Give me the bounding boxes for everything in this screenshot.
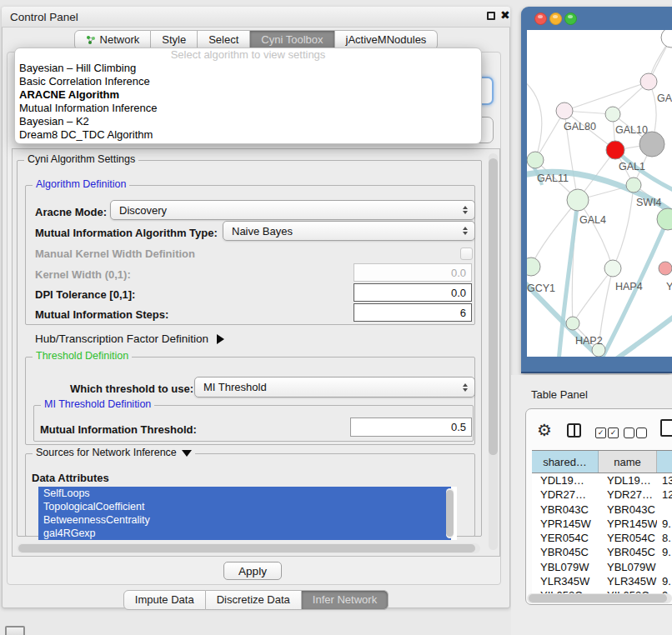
tab-impute-data[interactable]: Impute Data: [123, 590, 206, 610]
minimize-window-icon[interactable]: [549, 12, 562, 25]
table-row[interactable]: YBL079WYBL079W: [532, 560, 672, 574]
table-row[interactable]: YBR045CYBR045C9.: [532, 545, 672, 559]
network-node[interactable]: [527, 258, 540, 276]
manual-kernel-width-checkbox[interactable]: [460, 248, 473, 260]
network-node[interactable]: [527, 152, 544, 168]
table-cell: YBR045C: [599, 546, 657, 558]
network-node[interactable]: [567, 189, 589, 211]
mi-steps-label: Mutual Information Steps:: [35, 308, 168, 321]
table-hscrollbar-thumb[interactable]: [529, 594, 667, 602]
gear-icon[interactable]: ⚙: [537, 420, 552, 440]
hub-definition-toggle[interactable]: Hub/Transcription Factor Definition: [35, 332, 224, 345]
data-attributes-label: Data Attributes: [32, 472, 109, 484]
mi-algorithm-type-value: Naive Bayes: [232, 225, 293, 238]
network-node[interactable]: [626, 178, 641, 192]
table-horizontal-scrollbar[interactable]: [527, 593, 672, 603]
attribute-option[interactable]: TopologicalCoefficient: [38, 500, 451, 513]
network-edge[interactable]: [564, 82, 649, 111]
aracne-mode-value: Discovery: [119, 204, 167, 217]
table-row[interactable]: YER054CYER054C8.: [532, 531, 672, 545]
algorithm-option[interactable]: Bayesian – Hill Climbing: [15, 62, 481, 75]
table-cell: YPR145W: [599, 518, 657, 530]
aracne-mode-select[interactable]: Discovery: [110, 200, 475, 220]
network-node[interactable]: [604, 260, 621, 277]
algorithm-option[interactable]: ARACNE Algorithm: [15, 88, 481, 102]
which-threshold-select[interactable]: MI Threshold: [194, 377, 475, 398]
table-cell: YER054C: [532, 532, 599, 544]
mi-algorithm-type-select[interactable]: Naive Bayes: [223, 221, 475, 241]
tab-discretize-data[interactable]: Discretize Data: [206, 590, 302, 610]
table-cell: YDL19…: [532, 474, 599, 487]
table-cell: 9.: [657, 546, 672, 558]
node-label: SWI4: [636, 197, 662, 208]
algorithm-dropdown-popup: Select algorithm to view settings Bayesi…: [14, 48, 482, 144]
file-icon[interactable]: [660, 419, 672, 437]
mi-steps-field[interactable]: 6: [354, 303, 472, 322]
close-icon[interactable]: ✖: [500, 8, 510, 22]
table-panel-title: Table Panel: [531, 388, 588, 401]
network-edge[interactable]: [578, 200, 613, 268]
settings-vscrollbar-thumb[interactable]: [489, 158, 498, 455]
data-attributes-list[interactable]: SelfLoopsTopologicalCoefficientBetweenne…: [38, 487, 457, 540]
column-header[interactable]: name: [599, 451, 657, 472]
algorithm-option[interactable]: Basic Correlation Inference: [15, 75, 481, 88]
settings-horizontal-scrollbar[interactable]: [17, 543, 480, 553]
network-node[interactable]: [640, 73, 657, 90]
network-node[interactable]: [659, 262, 672, 275]
algorithm-option[interactable]: Dream8 DC_TDC Algorithm: [15, 128, 481, 142]
table-cell: YLR345W: [599, 575, 657, 588]
tab-label: Network: [100, 31, 140, 49]
table-cell: 13: [657, 474, 672, 487]
close-window-icon[interactable]: [534, 12, 547, 25]
network-node[interactable]: [606, 141, 624, 159]
network-node[interactable]: [566, 317, 579, 330]
network-node[interactable]: [605, 107, 620, 122]
attributes-scrollbar-thumb[interactable]: [446, 490, 454, 537]
spinner-arrows-icon: [463, 383, 468, 392]
network-canvas-svg: GALGAL80GAL10GAL1GAL11SWI4GAL4GCY1HAP4YH…: [527, 30, 672, 357]
table-row[interactable]: YPR145WYPR145W9.: [532, 517, 672, 531]
settings-hscrollbar-thumb[interactable]: [18, 544, 475, 552]
tab-infer-network[interactable]: Infer Network: [302, 590, 389, 610]
mi-threshold-label: Mutual Information Threshold:: [40, 423, 197, 436]
select-all-check-icon[interactable]: ✓: [608, 428, 619, 438]
attributes-list-scrollbar[interactable]: [446, 488, 454, 538]
table-cell: 8.: [657, 532, 672, 544]
settings-vertical-scrollbar[interactable]: [489, 153, 498, 550]
network-edge[interactable]: [613, 185, 634, 268]
deselect-check-icon[interactable]: [624, 428, 634, 438]
select-all-check-icon[interactable]: ✓: [595, 428, 606, 438]
sources-legend: Sources for Network Inference: [33, 447, 195, 458]
collapsed-arrow-icon: [217, 334, 224, 344]
tab-label: Select: [208, 31, 238, 49]
apply-button[interactable]: Apply: [223, 562, 282, 580]
table-row[interactable]: YBR043CYBR043C: [532, 502, 672, 517]
mi-threshold-field[interactable]: 0.5: [350, 418, 472, 437]
network-node[interactable]: [657, 208, 672, 230]
attribute-option[interactable]: gal4RGexp: [38, 527, 451, 540]
network-node[interactable]: [556, 102, 573, 119]
algorithm-option[interactable]: Bayesian – K2: [15, 115, 481, 128]
column-header[interactable]: [657, 451, 672, 472]
dpi-tolerance-field[interactable]: 0.0: [354, 283, 472, 302]
table-row[interactable]: YLR345WYLR345W9.: [532, 574, 672, 588]
column-split-icon[interactable]: [567, 423, 581, 438]
attribute-option[interactable]: BetweennessCentrality: [38, 513, 451, 527]
minimized-window-icon[interactable]: [5, 626, 25, 635]
zoom-window-icon[interactable]: [564, 12, 577, 25]
deselect-check-icon[interactable]: [636, 428, 647, 438]
network-edge[interactable]: [527, 80, 542, 160]
algorithm-option[interactable]: Mutual Information Inference: [15, 102, 481, 115]
table-cell: 9.: [657, 575, 672, 588]
network-node[interactable]: [661, 30, 672, 48]
table-row[interactable]: YDL19…YDL19…13: [532, 473, 672, 488]
table-cell: YBL079W: [532, 561, 599, 573]
table-row[interactable]: YDR27…YDR27…12: [532, 488, 672, 502]
network-canvas[interactable]: GALGAL80GAL10GAL1GAL11SWI4GAL4GCY1HAP4YH…: [527, 30, 672, 357]
kernel-width-field[interactable]: 0.0: [354, 263, 472, 282]
attribute-option[interactable]: SelfLoops: [38, 487, 451, 500]
column-header[interactable]: shared…: [532, 451, 599, 472]
spinner-arrows-icon: [463, 227, 468, 235]
float-window-icon[interactable]: [487, 12, 495, 20]
node-label: GAL: [657, 92, 672, 104]
